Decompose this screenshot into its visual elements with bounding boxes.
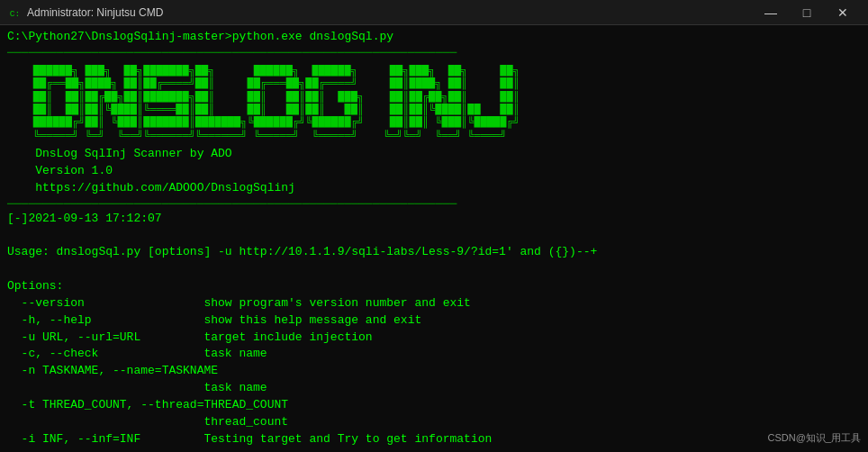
separator-2: ────────────────────────────────────────…	[7, 197, 861, 211]
option-line-2: -u URL, --url=URL target include injecti…	[7, 330, 861, 347]
option-line-4: -n TASKNAME, --name=TASKNAME	[7, 363, 861, 380]
info-line-3: https://github.com/ADOOO/DnslogSqlinj	[7, 180, 861, 197]
window-title: Administrator: Ninjutsu CMD	[27, 6, 753, 19]
separator-1: ────────────────────────────────────────…	[7, 46, 861, 59]
option-line-3: -c, --check task name	[7, 346, 861, 363]
timestamp-line: [-]2021-09-13 17:12:07	[7, 211, 861, 228]
option-line-1: -h, --help show this help message and ex…	[7, 312, 861, 330]
ascii-row-6: ╚═════╝ ╚═╝ ╚══╝╚══════╝╚══════╝ ╚═════╝…	[7, 130, 861, 142]
svg-text:C:: C:	[10, 9, 21, 19]
blank-line-1	[7, 228, 861, 245]
cmd-icon: C:	[7, 5, 22, 20]
ascii-row-1: ██████╗ ███╗ ██╗███████╗██╗ ██████╗ ████…	[7, 65, 861, 77]
close-button[interactable]: ✕	[825, 0, 861, 25]
blank-line-2	[7, 261, 861, 278]
option-line-7: thread_count	[7, 414, 861, 431]
options-header: Options:	[7, 278, 861, 295]
option-line-0: --version show program's version number …	[7, 295, 861, 312]
ascii-row-5: ██████╔╝██║ ╚███║███████║███████╗╚██████…	[7, 116, 861, 129]
ascii-row-3: ██║ ██║██╔██╗██║███████╗██║ ██║ ██║██║ █…	[7, 91, 861, 104]
option-line-8: -i INF, --inf=INF Testing target and Try…	[7, 431, 861, 448]
ascii-row-2: ██╔══██╗████╗ ██║██╔════╝██║ ██╔═══██╗██…	[7, 77, 861, 90]
ascii-banner: ██████╗ ███╗ ██╗███████╗██╗ ██████╗ ████…	[7, 65, 861, 142]
terminal-area: C:\Python27\DnslogSqlinj-master>python.e…	[0, 25, 868, 452]
minimize-button[interactable]: —	[753, 0, 789, 25]
info-line-1: DnsLog SqlInj Scanner by ADO	[7, 146, 861, 163]
usage-line: Usage: dnslogSql.py [options] -u http://…	[7, 244, 861, 261]
info-line-2: Version 1.0	[7, 163, 861, 180]
ascii-row-4: ██║ ██║██║╚████║╚════██║██║ ██║ ██║██║ █…	[7, 104, 861, 116]
titlebar: C: Administrator: Ninjutsu CMD — □ ✕	[0, 0, 868, 25]
window-controls: — □ ✕	[753, 0, 861, 25]
option-line-5: task name	[7, 380, 861, 397]
prompt-line: C:\Python27\DnslogSqlinj-master>python.e…	[7, 29, 861, 46]
maximize-button[interactable]: □	[789, 0, 825, 25]
options-list: --version show program's version number …	[7, 295, 861, 448]
option-line-6: -t THREAD_COUNT, --thread=THREAD_COUNT	[7, 397, 861, 414]
